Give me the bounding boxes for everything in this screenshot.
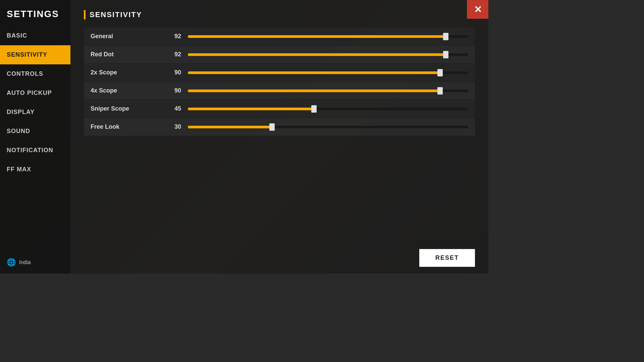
slider-track xyxy=(188,89,468,92)
slider-row-sniper-scope: Sniper Scope45 xyxy=(84,100,475,118)
slider-value: 90 xyxy=(164,87,181,94)
section-header: SENSITIVITY xyxy=(84,10,475,19)
slider-row-free-look: Free Look30 xyxy=(84,118,475,136)
sidebar-item-ff-max[interactable]: FF MAX xyxy=(0,160,70,179)
slider-label: Red Dot xyxy=(91,51,164,58)
slider-label: General xyxy=(91,33,164,40)
sidebar-item-sensitivity[interactable]: SENSITIVITY xyxy=(0,45,70,64)
slider-thumb[interactable] xyxy=(443,33,448,40)
section-title: SENSITIVITY xyxy=(90,10,142,19)
slider-label: Free Look xyxy=(91,123,164,130)
slider-row-general: General92 xyxy=(84,27,475,46)
slider-fill xyxy=(188,71,440,74)
slider-value: 92 xyxy=(164,33,181,40)
slider-fill xyxy=(188,89,440,92)
sidebar: SETTINGS BASICSENSITIVITYCONTROLSAUTO PI… xyxy=(0,0,70,274)
slider-value: 30 xyxy=(164,123,181,130)
sidebar-item-sound[interactable]: SOUND xyxy=(0,122,70,141)
slider-row-2x-scope: 2x Scope90 xyxy=(84,64,475,82)
slider-thumb[interactable] xyxy=(443,51,448,58)
slider-label: 4x Scope xyxy=(91,87,164,94)
slider-thumb[interactable] xyxy=(311,105,317,113)
slider-value: 92 xyxy=(164,51,181,58)
slider-label: 2x Scope xyxy=(91,69,164,76)
slider-label: Sniper Scope xyxy=(91,105,164,112)
sidebar-item-basic[interactable]: BASIC xyxy=(0,26,70,45)
slider-value: 90 xyxy=(164,69,181,76)
slider-track xyxy=(188,71,468,74)
slider-fill xyxy=(188,108,314,110)
sidebar-item-display[interactable]: DISPLAY xyxy=(0,103,70,122)
slider-track-wrapper[interactable] xyxy=(188,124,468,130)
sliders-container: General92Red Dot922x Scope904x Scope90Sn… xyxy=(84,27,475,136)
slider-row-red-dot: Red Dot92 xyxy=(84,46,475,64)
slider-thumb[interactable] xyxy=(269,123,275,131)
slider-track xyxy=(188,53,468,56)
sidebar-item-auto-pickup[interactable]: AUTO PICKUP xyxy=(0,83,70,103)
globe-icon: 🌐 xyxy=(7,258,16,267)
section-bar-accent xyxy=(84,10,86,19)
slider-track xyxy=(188,35,468,38)
reset-button[interactable]: RESET xyxy=(419,249,475,267)
app-title: SETTINGS xyxy=(0,3,70,26)
slider-fill xyxy=(188,126,272,128)
region-label: India xyxy=(19,259,31,265)
slider-track xyxy=(188,108,468,110)
slider-track-wrapper[interactable] xyxy=(188,106,468,112)
slider-track-wrapper[interactable] xyxy=(188,87,468,94)
slider-track-wrapper[interactable] xyxy=(188,33,468,40)
slider-thumb[interactable] xyxy=(437,87,443,95)
slider-track xyxy=(188,126,468,128)
sidebar-footer: 🌐 India xyxy=(0,251,70,274)
slider-thumb[interactable] xyxy=(437,69,443,76)
slider-track-wrapper[interactable] xyxy=(188,69,468,76)
slider-row-4x-scope: 4x Scope90 xyxy=(84,82,475,100)
sidebar-item-notification[interactable]: NOTIFICATION xyxy=(0,141,70,160)
slider-track-wrapper[interactable] xyxy=(188,51,468,58)
slider-fill xyxy=(188,35,446,38)
main-content: SENSITIVITY General92Red Dot922x Scope90… xyxy=(70,0,488,274)
slider-fill xyxy=(188,53,446,56)
sidebar-nav: BASICSENSITIVITYCONTROLSAUTO PICKUPDISPL… xyxy=(0,26,70,179)
slider-value: 45 xyxy=(164,105,181,112)
close-button[interactable]: ✕ xyxy=(467,0,488,19)
sidebar-item-controls[interactable]: CONTROLS xyxy=(0,64,70,83)
